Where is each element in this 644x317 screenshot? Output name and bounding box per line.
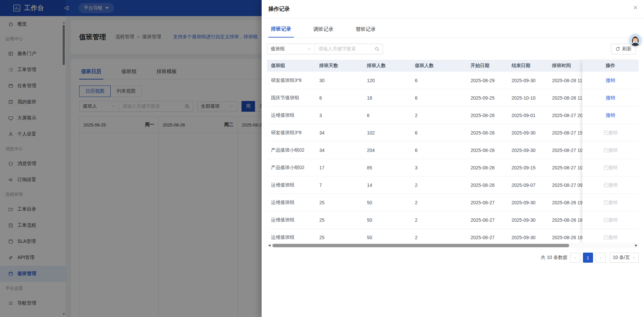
cell-group: 产品值班小组02 — [267, 165, 315, 171]
action-fixed-column: 操作撤销撤销撤销已撤销已撤销已撤销已撤销已撤销已撤销已撤销 — [582, 60, 639, 246]
cell-people: 50 — [363, 217, 411, 223]
cell-schedule-time: 2025-08-27 10:4 — [548, 148, 582, 153]
revoked-label: 已撤销 — [603, 200, 618, 206]
cell-duty-count: 2 — [411, 235, 467, 240]
record-search-input[interactable]: 请输入关键字搜索 — [315, 46, 383, 52]
cell-end-date: 2025-09-30 — [507, 217, 548, 223]
column-header: 排班时间 — [548, 63, 582, 69]
tab-shift-change-records[interactable]: 调班记录 — [311, 26, 336, 37]
cell-schedule-time: 2025-08-26 18:5 — [548, 235, 582, 240]
cell-start-date: 2025-08-27 — [467, 235, 507, 240]
chevron-down-icon — [632, 256, 636, 260]
cell-duty-count: 6 — [411, 95, 467, 101]
cell-people: 18 — [363, 95, 411, 101]
cell-start-date: 2025-08-28 — [467, 113, 507, 118]
drawer-toolbar: 值班组 请输入关键字搜索 — [267, 44, 383, 54]
cell-group: 国庆节值班组 — [267, 95, 315, 101]
cell-days: 3 — [315, 113, 363, 118]
cell-duty-count: 6 — [411, 78, 467, 83]
action-cell: 已撤销 — [582, 211, 639, 229]
cell-group: 运维值班组 — [267, 234, 315, 241]
cell-schedule-time: 2025-08-28 11:2 — [548, 95, 582, 101]
record-group-value: 值班组 — [271, 46, 285, 52]
cell-start-date: 2025-08-28 — [467, 182, 507, 188]
action-cell: 已撤销 — [582, 142, 639, 159]
cell-duty-count: 2 — [411, 113, 467, 118]
action-cell: 撤销 — [582, 107, 639, 124]
cell-days: 6 — [315, 95, 363, 101]
cell-days: 25 — [315, 217, 363, 223]
refresh-icon — [615, 47, 620, 51]
cell-duty-count: 2 — [411, 182, 467, 188]
revoked-label: 已撤销 — [603, 130, 618, 136]
column-header: 结束日期 — [507, 63, 548, 69]
cell-days: 25 — [315, 200, 363, 205]
cell-schedule-time: 2025-08-27 10:0 — [548, 165, 582, 170]
next-page-button[interactable]: › — [596, 253, 606, 263]
action-cell: 撤销 — [582, 89, 639, 107]
record-search-group: 值班组 请输入关键字搜索 — [267, 44, 383, 54]
cell-end-date: 2025-09-30 — [507, 78, 548, 83]
page-size-value: 10 条/页 — [613, 255, 630, 261]
cell-start-date: 2025-08-27 — [467, 217, 507, 223]
prev-page-button[interactable]: ‹ — [570, 253, 580, 263]
cell-people: 120 — [363, 78, 411, 83]
cell-end-date: 2025-09-30 — [507, 235, 548, 240]
record-group-select[interactable]: 值班组 — [267, 44, 315, 54]
cell-schedule-time: 2025-08-28 11:3 — [548, 78, 582, 83]
cell-end-date: 2025-09-30 — [507, 200, 548, 205]
pagination: 共 10 条数据 ‹ 1 › 10 条/页 — [541, 253, 639, 263]
cell-days: 34 — [315, 130, 363, 136]
revoked-label: 已撤销 — [603, 217, 618, 223]
cell-group: 运维值班组 — [267, 112, 315, 118]
revoked-label: 已撤销 — [603, 182, 618, 188]
assistant-avatar[interactable] — [629, 34, 641, 46]
cell-group: 运维值班组 — [267, 217, 315, 223]
cell-schedule-time: 2025-08-27 15:2 — [548, 130, 582, 136]
cell-group: 运维值班组 — [267, 200, 315, 206]
cell-people: 6 — [363, 113, 411, 118]
scroll-right-icon[interactable]: ▶ — [634, 243, 639, 248]
tab-substitute-records[interactable]: 替班记录 — [353, 26, 378, 37]
cell-group: 产品值班小组02 — [267, 147, 315, 153]
cell-duty-count: 6 — [411, 148, 467, 153]
current-page-button[interactable]: 1 — [583, 253, 593, 263]
revoke-link[interactable]: 撤销 — [606, 95, 615, 101]
cell-end-date: 2025-09-07 — [507, 182, 548, 188]
cell-duty-count: 2 — [411, 217, 467, 223]
drawer-tabs: 排班记录调班记录替班记录 — [262, 18, 644, 38]
cell-duty-count: 2 — [411, 200, 467, 205]
action-cell: 已撤销 — [582, 176, 639, 194]
tab-schedule-records[interactable]: 排班记录 — [268, 26, 294, 38]
page-size-select[interactable]: 10 条/页 — [610, 253, 639, 263]
action-cell: 已撤销 — [582, 159, 639, 176]
cell-schedule-time: 2025-08-27 20:4 — [548, 113, 582, 118]
action-cell: 已撤销 — [582, 194, 639, 211]
cell-group: 运维值班组 — [267, 182, 315, 188]
horizontal-scrollbar: ◀ ▶ — [267, 243, 639, 248]
column-header: 值班人数 — [411, 63, 467, 69]
chevron-down-icon — [307, 47, 311, 51]
cell-days: 17 — [315, 165, 363, 170]
scroll-left-icon[interactable]: ◀ — [267, 243, 272, 248]
cell-days: 30 — [315, 78, 363, 83]
revoke-link[interactable]: 撤销 — [606, 77, 615, 84]
action-cell: 已撤销 — [582, 124, 639, 142]
records-table: 值班组排班天数排班人数值班人数开始日期结束日期排班时间研发值班组3*830120… — [267, 60, 639, 246]
cell-start-date: 2025-08-29 — [467, 78, 507, 83]
cell-people: 102 — [363, 130, 411, 136]
drawer-title: 操作记录 — [268, 6, 290, 13]
scrollbar-thumb[interactable] — [272, 244, 569, 247]
scrollbar-track[interactable] — [272, 243, 634, 248]
cell-start-date: 2025-08-27 — [467, 200, 507, 205]
cell-people: 204 — [363, 148, 411, 153]
cell-start-date: 2025-08-28 — [467, 165, 507, 170]
revoke-link[interactable]: 撤销 — [606, 112, 615, 118]
drawer-header: 操作记录 — [262, 0, 644, 18]
revoked-label: 已撤销 — [603, 165, 618, 171]
cell-days: 7 — [315, 182, 363, 188]
revoked-label: 已撤销 — [603, 234, 618, 241]
column-header: 开始日期 — [467, 63, 507, 69]
close-icon[interactable] — [633, 5, 638, 10]
column-header-action: 操作 — [582, 60, 639, 72]
